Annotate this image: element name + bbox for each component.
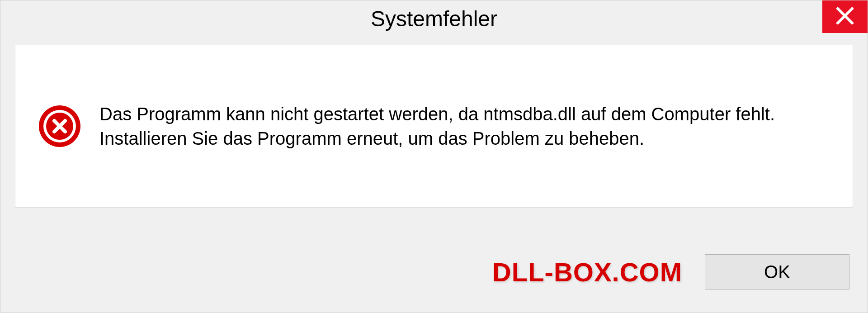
close-icon bbox=[835, 6, 855, 28]
footer: DLL-BOX.COM OK bbox=[0, 231, 868, 313]
close-button[interactable] bbox=[822, 0, 868, 33]
content-area: Das Programm kann nicht gestartet werden… bbox=[15, 45, 853, 208]
error-dialog: Systemfehler Das Programm kann nicht ges… bbox=[0, 0, 868, 313]
ok-button[interactable]: OK bbox=[705, 254, 849, 289]
watermark-text: DLL-BOX.COM bbox=[492, 257, 682, 287]
error-message: Das Programm kann nicht gestartet werden… bbox=[99, 102, 830, 151]
error-icon bbox=[38, 104, 81, 148]
ok-button-label: OK bbox=[764, 262, 790, 282]
titlebar: Systemfehler bbox=[0, 0, 868, 37]
dialog-title: Systemfehler bbox=[371, 6, 497, 31]
